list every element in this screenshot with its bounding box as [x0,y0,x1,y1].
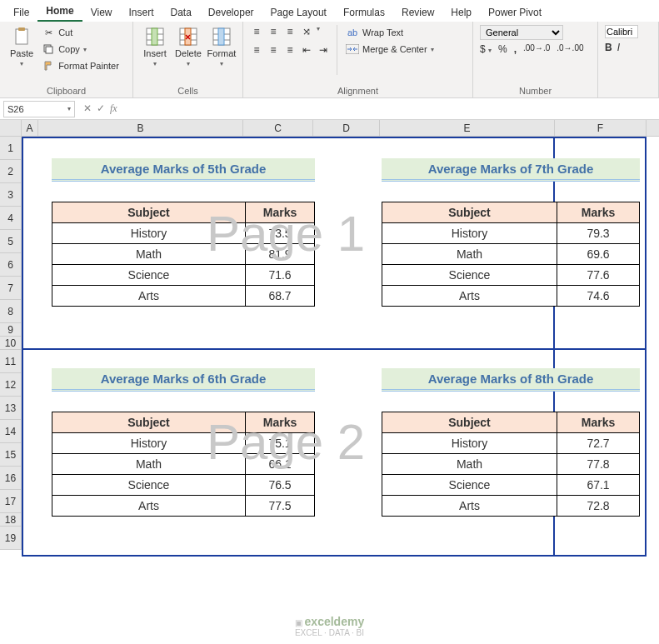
col-header-c[interactable]: C [243,120,313,136]
table-row: Science77.6 [382,265,640,286]
paintbrush-icon [42,59,55,72]
grade6-header-subject: Subject [52,412,246,433]
align-middle-icon[interactable]: ≡ [267,25,280,38]
grade7-title: Average Marks of 7th Grade [382,158,640,182]
paste-button[interactable]: Paste ▾ [7,25,37,69]
currency-icon[interactable]: $ ▾ [480,43,492,55]
col-header-f[interactable]: F [555,120,647,136]
number-format-select[interactable]: General [480,25,563,40]
row-header-14[interactable]: 14 [0,420,22,443]
align-bottom-icon[interactable]: ≡ [283,25,297,38]
italic-button[interactable]: I [617,42,620,53]
row-header-7[interactable]: 7 [0,277,22,300]
table-row: Arts68.7 [52,286,315,307]
cancel-formula-icon[interactable]: ✕ [83,102,92,115]
tab-home[interactable]: Home [37,2,82,22]
insert-cells-button[interactable]: Insert ▾ [140,25,170,69]
row-header-4[interactable]: 4 [0,207,22,230]
merge-center-button[interactable]: Merge & Center ▾ [344,42,436,57]
chevron-down-icon: ▾ [83,46,87,53]
increase-decimal-icon[interactable]: .00→.0 [523,43,550,55]
svg-rect-3 [46,47,52,53]
clipboard-group-label: Clipboard [7,84,126,96]
table-row: Arts74.6 [382,286,640,307]
delete-cells-button[interactable]: Delete ▾ [173,25,203,69]
scissors-icon: ✂ [42,26,55,39]
decrease-decimal-icon[interactable]: .0→.00 [557,43,583,55]
row-header-2[interactable]: 2 [0,160,22,183]
svg-rect-0 [16,29,27,44]
row-header-19[interactable]: 19 [0,527,22,550]
grade8-header-marks: Marks [557,412,640,433]
font-name-input[interactable] [605,25,638,38]
row-header-12[interactable]: 12 [0,373,22,397]
table-row: History73.5 [52,223,315,244]
row-header-3[interactable]: 3 [0,183,22,207]
name-box[interactable]: S26 ▾ [3,101,75,117]
decrease-indent-icon[interactable]: ⇤ [300,43,313,57]
row-header-17[interactable]: 17 [0,490,22,513]
comma-icon[interactable]: , [514,43,517,55]
table-row: History75.1 [52,433,315,454]
copy-button[interactable]: Copy ▾ [40,42,121,57]
row-header-9[interactable]: 9 [0,323,22,337]
svg-rect-7 [152,28,157,45]
format-cells-icon [212,27,232,47]
col-header-b[interactable]: B [38,120,243,136]
ribbon: Paste ▾ ✂ Cut Copy ▾ [0,22,659,98]
row-header-16[interactable]: 16 [0,467,22,490]
copy-icon [42,42,55,56]
percent-icon[interactable]: % [498,43,507,55]
row-header-1[interactable]: 1 [0,137,22,160]
table-row: Science76.5 [52,475,315,496]
col-header-d[interactable]: D [313,120,380,136]
tab-power-pivot[interactable]: Power Pivot [480,3,550,22]
row-header-8[interactable]: 8 [0,300,22,323]
select-all-corner[interactable] [0,120,22,136]
svg-rect-17 [218,28,224,45]
fx-icon[interactable]: fx [110,102,117,115]
cut-button[interactable]: ✂ Cut [40,25,121,40]
spreadsheet-grid: A B C D E F 1 2 3 4 5 6 7 8 9 10 11 12 1… [0,120,659,644]
formula-input[interactable] [122,103,659,115]
delete-cells-icon [178,27,198,47]
align-right-icon[interactable]: ≡ [283,43,297,57]
grade5-header-subject: Subject [52,202,246,223]
tab-help[interactable]: Help [442,3,480,22]
col-header-a[interactable]: A [22,120,38,136]
tab-data[interactable]: Data [162,3,200,22]
chevron-down-icon: ▾ [153,60,157,67]
accept-formula-icon[interactable]: ✓ [97,102,105,115]
format-painter-button[interactable]: Format Painter [40,58,121,73]
cells-group-label: Cells [140,84,236,96]
bold-button[interactable]: B [605,42,612,53]
tab-insert[interactable]: Insert [120,3,162,22]
format-cells-button[interactable]: Format ▾ [207,25,237,69]
grade7-header-subject: Subject [382,202,557,223]
row-header-18[interactable]: 18 [0,513,22,527]
align-center-icon[interactable]: ≡ [267,43,280,57]
row-header-5[interactable]: 5 [0,230,22,253]
row-header-10[interactable]: 10 [0,337,22,350]
row-header-6[interactable]: 6 [0,253,22,277]
wrap-text-button[interactable]: ab Wrap Text [344,25,436,40]
number-group-label: Number [480,84,591,96]
orientation-icon[interactable]: ⤨ [300,25,313,38]
tab-page-layout[interactable]: Page Layout [262,3,335,22]
tab-review[interactable]: Review [393,3,442,22]
col-header-e[interactable]: E [380,120,555,136]
align-top-icon[interactable]: ≡ [250,25,263,38]
increase-indent-icon[interactable]: ⇥ [317,43,330,57]
row-header-11[interactable]: 11 [0,350,22,373]
tab-view[interactable]: View [82,3,121,22]
table-row: Science71.6 [52,265,315,286]
table-row: Arts77.5 [52,496,315,517]
align-left-icon[interactable]: ≡ [250,43,263,57]
tab-formulas[interactable]: Formulas [335,3,393,22]
grade5-block: Average Marks of 5th Grade SubjectMarks … [52,158,315,307]
row-header-13[interactable]: 13 [0,397,22,420]
tab-developer[interactable]: Developer [200,3,262,22]
row-header-15[interactable]: 15 [0,443,22,467]
ribbon-tabs: File Home View Insert Data Developer Pag… [0,0,659,22]
tab-file[interactable]: File [5,3,37,22]
